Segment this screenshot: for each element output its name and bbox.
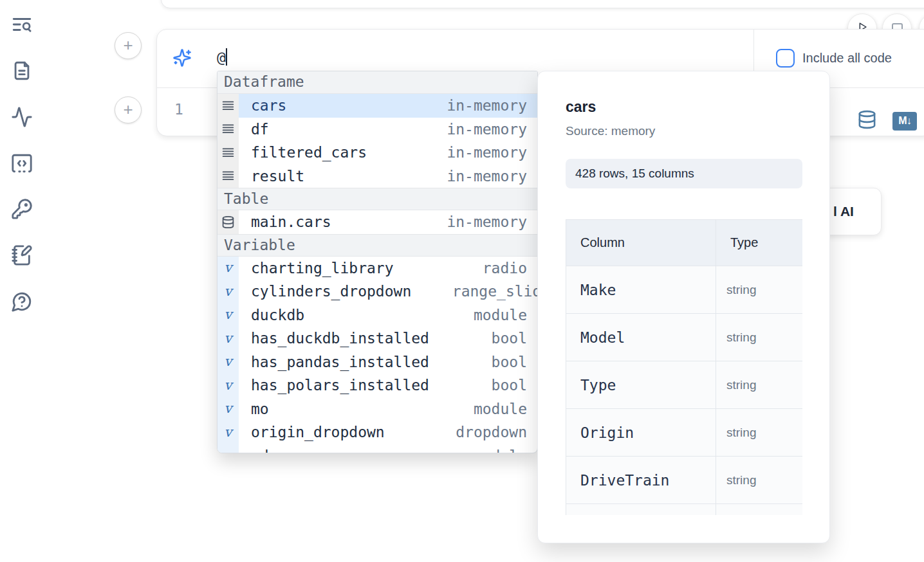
completion-item-pd[interactable]: vpdmodule	[217, 444, 537, 454]
add-cell-above-button[interactable]: +	[115, 32, 142, 59]
completion-item-type: module	[474, 401, 527, 417]
schema-column-name: Model	[566, 314, 716, 361]
key-icon[interactable]	[11, 198, 34, 221]
variable-icon: v	[217, 327, 239, 350]
completion-item-type: in-memory	[447, 168, 527, 185]
code-snippets-icon[interactable]	[11, 152, 34, 176]
schema-column-type: string	[716, 266, 803, 314]
schema-header-type: Type	[716, 220, 803, 266]
generate-with-ai-button[interactable]: l AI	[822, 188, 882, 235]
add-cell-below-button[interactable]: +	[115, 96, 142, 123]
schema-column-name: Make	[566, 266, 716, 314]
scratchpad-icon[interactable]	[11, 244, 34, 267]
completion-item-duckdb[interactable]: vduckdbmodule	[217, 304, 537, 327]
completion-item-charting_library[interactable]: vcharting_libraryradio	[217, 257, 537, 280]
schema-column-type: string	[716, 409, 803, 457]
schema-column-name: Origin	[566, 409, 716, 457]
completion-item-origin_dropdown[interactable]: vorigin_dropdowndropdown	[217, 421, 537, 444]
completion-item-name: duckdb	[251, 307, 304, 323]
database-icon	[217, 210, 239, 234]
completion-item-type: module	[474, 307, 527, 323]
previous-cell-edge	[161, 0, 924, 8]
completion-item-df[interactable]: dfin-memory	[217, 118, 537, 141]
schema-table: ColumnType MakestringModelstringTypestri…	[566, 219, 802, 515]
marimo-notebook: + + @ Include all code 1 M↓ Dataframecar…	[0, 0, 924, 562]
schema-column-name	[566, 504, 716, 516]
preview-shape-badge: 428 rows, 15 columns	[566, 159, 802, 188]
completion-item-name: cylinders_dropdown	[251, 283, 411, 300]
completion-item-cars[interactable]: carsin-memory	[217, 94, 537, 118]
variable-icon: v	[217, 397, 239, 421]
completion-item-type: in-memory	[447, 213, 527, 230]
schema-column-name: Type	[566, 361, 716, 409]
variable-icon: v	[217, 350, 239, 374]
database-icon[interactable]	[857, 108, 877, 134]
cell-toolbar: M↓	[857, 108, 917, 134]
rows-icon	[217, 118, 239, 141]
include-all-code-checkbox[interactable]	[776, 49, 795, 68]
completion-item-name: df	[251, 121, 269, 138]
schema-column-type: string	[716, 361, 803, 409]
ai-prompt-input[interactable]: @	[217, 48, 227, 66]
schema-column-type	[716, 504, 803, 516]
completion-item-filtered_cars[interactable]: filtered_carsin-memory	[217, 141, 537, 165]
help-chat-icon[interactable]	[11, 291, 34, 314]
schema-column-name: DriveTrain	[566, 457, 716, 504]
completion-item-type: in-memory	[447, 97, 527, 114]
rows-icon	[217, 165, 239, 188]
sparkles-icon	[172, 48, 192, 68]
completion-section-header: Variable	[217, 234, 537, 257]
dataframe-preview-panel: cars Source: memory 428 rows, 15 columns…	[537, 71, 830, 543]
completion-item-has_polars_installed[interactable]: vhas_polars_installedbool	[217, 374, 537, 397]
schema-column-type: string	[716, 457, 803, 504]
variable-icon: v	[217, 257, 239, 280]
completion-item-type: in-memory	[447, 121, 527, 138]
completion-item-name: filtered_cars	[251, 144, 367, 161]
completion-item-type: dropdown	[456, 424, 527, 440]
completion-item-mo[interactable]: vmomodule	[217, 397, 537, 421]
schema-row: Typestring	[566, 361, 803, 409]
rows-icon	[217, 94, 239, 118]
completion-item-name: origin_dropdown	[251, 424, 385, 440]
completion-item-name: has_pandas_installed	[251, 354, 429, 370]
schema-column-type: string	[716, 314, 803, 361]
completion-item-result[interactable]: resultin-memory	[217, 165, 537, 188]
variable-icon: v	[217, 374, 239, 397]
completion-item-type: bool	[492, 354, 527, 370]
schema-row	[566, 504, 803, 516]
completion-section-header: Table	[217, 188, 537, 210]
schema-row: DriveTrainstring	[566, 457, 803, 504]
variable-icon: v	[217, 304, 239, 327]
activity-icon[interactable]	[11, 106, 34, 129]
schema-table-wrap: ColumnType MakestringModelstringTypestri…	[566, 219, 802, 515]
preview-source: Source: memory	[566, 124, 801, 138]
sidebar	[0, 0, 45, 562]
completion-item-cylinders_dropdown[interactable]: vcylinders_dropdownrange_slider	[217, 280, 537, 304]
include-all-code-label: Include all code	[802, 51, 892, 66]
completion-item-name: charting_library	[251, 260, 394, 276]
completion-item-has_pandas_installed[interactable]: vhas_pandas_installedbool	[217, 350, 537, 374]
completion-item-type: in-memory	[447, 144, 527, 161]
completion-item-name: pd	[251, 448, 269, 453]
completion-item-name: cars	[251, 97, 286, 114]
completion-item-name: result	[251, 168, 304, 185]
completion-item-type: range_slider	[452, 283, 538, 300]
schema-row: Modelstring	[566, 314, 803, 361]
markdown-icon[interactable]: M↓	[892, 112, 917, 131]
schema-row: Makestring	[566, 266, 803, 314]
variable-icon: v	[217, 444, 239, 454]
completion-item-main.cars[interactable]: main.carsin-memory	[217, 210, 537, 234]
file-text-icon[interactable]	[11, 60, 34, 83]
completion-item-type: bool	[492, 330, 527, 347]
schema-header-column: Column	[566, 220, 716, 266]
completion-item-type: bool	[492, 377, 527, 394]
text-cursor	[226, 48, 227, 66]
toc-search-icon[interactable]	[11, 14, 34, 37]
completion-item-has_duckdb_installed[interactable]: vhas_duckdb_installedbool	[217, 327, 537, 350]
autocomplete-popup: Dataframecarsin-memorydfin-memoryfiltere…	[217, 71, 538, 453]
schema-row: Originstring	[566, 409, 803, 457]
variable-icon: v	[217, 421, 239, 444]
completion-item-name: has_polars_installed	[251, 377, 429, 394]
variable-icon: v	[217, 280, 239, 304]
completion-item-name: main.cars	[251, 213, 331, 230]
